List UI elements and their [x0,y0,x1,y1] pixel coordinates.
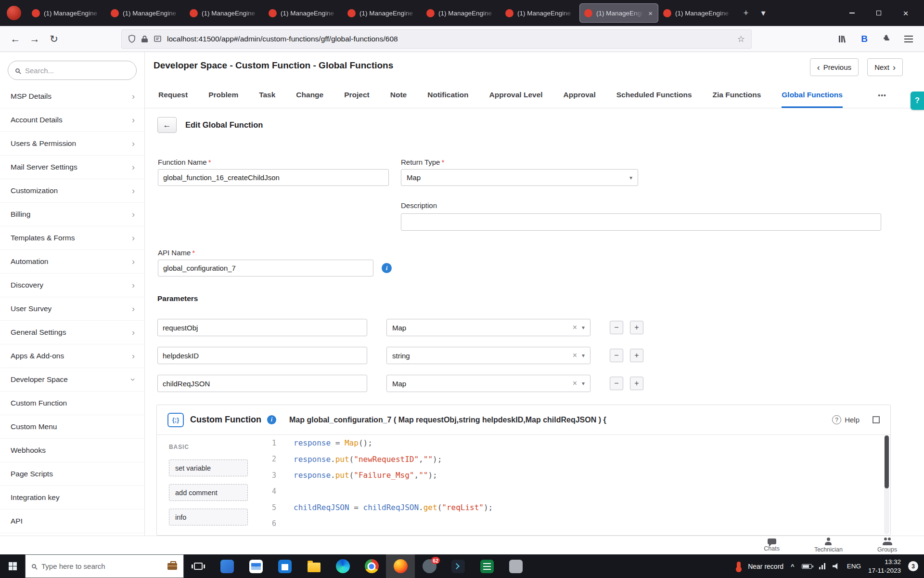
parameter-name-input[interactable] [157,375,367,392]
app-icon-gray[interactable] [501,554,530,578]
briefcase-icon[interactable] [167,563,177,570]
browser-tab[interactable]: (1) ManageEngine [264,3,343,23]
function-name-input[interactable] [158,169,389,186]
sidebar-search-input[interactable] [25,66,129,75]
sidebar-item[interactable]: MSP Details › [0,85,144,108]
code-line[interactable]: 1response = Map(); [253,435,890,451]
return-type-select[interactable]: Map ▾ [401,169,638,186]
module-tab[interactable]: Zia Functions [713,82,761,108]
sidebar-item[interactable]: Custom Menu [0,415,144,439]
module-tab[interactable]: Note [390,82,407,108]
list-all-tabs-icon[interactable]: ▾ [755,4,772,22]
extensions-icon[interactable] [877,30,896,48]
browser-tab[interactable]: (1) ManageEngine [185,3,264,23]
bitwarden-icon[interactable]: B [855,30,874,48]
code-line[interactable]: 4 [253,484,890,500]
groups-button[interactable]: Groups [877,538,897,553]
reload-icon[interactable]: ↻ [44,30,64,48]
snippet-button[interactable]: add comment [169,484,248,501]
browser-profile-icon[interactable] [7,6,21,20]
menu-icon[interactable] [899,30,918,48]
browser-tab[interactable]: (1) ManageEngine × [579,3,658,23]
back-button[interactable]: ← [157,117,177,133]
module-tab[interactable]: Scheduled Functions [616,82,692,108]
sidebar-item[interactable]: Customization › [0,179,144,203]
code-line[interactable]: 7for each ChildJsonId in childReqJSON [253,532,890,536]
file-explorer-icon[interactable] [299,554,328,578]
notification-badge[interactable]: 3 [908,561,918,571]
module-tab[interactable]: Approval [564,82,596,108]
edge-icon[interactable] [328,554,357,578]
chats-button[interactable]: Chats [764,539,780,552]
module-tab[interactable]: Approval Level [489,82,542,108]
sidebar-item[interactable]: Users & Permission › [0,132,144,156]
remove-parameter-button[interactable]: − [610,349,623,362]
next-button[interactable]: Next › [867,58,903,76]
module-tab[interactable]: Problem [208,82,238,108]
code-line[interactable]: 2response.put("newRequestID",""); [253,451,890,468]
code-line[interactable]: 5childReqJSON = childReqJSON.get("reqLis… [253,499,890,516]
browser-tab[interactable]: (1) ManageEngine [422,3,500,23]
language-label[interactable]: ENG [847,563,861,570]
sidebar-item[interactable]: Templates & Forms › [0,226,144,250]
code-text[interactable]: response = Map(); [294,438,372,447]
bookmark-star-icon[interactable]: ☆ [737,34,745,44]
sidebar-item[interactable]: Mail Server Settings › [0,156,144,179]
fullscreen-icon[interactable] [873,416,880,423]
info-icon[interactable]: i [382,263,392,273]
network-icon[interactable] [819,563,825,569]
sidebar-item[interactable]: User Survey › [0,297,144,321]
minimize-button[interactable] [838,0,865,26]
sidebar-item[interactable]: API [0,510,144,533]
sidebar-item[interactable]: Apps & Add-ons › [0,344,144,368]
more-tabs-icon[interactable]: ••• [878,82,886,108]
forward-icon[interactable]: → [25,30,44,48]
module-tab[interactable]: Task [259,82,275,108]
code-line[interactable]: 6 [253,516,890,532]
sidebar-item[interactable]: Custom Modules [0,533,144,536]
microsoft-store-icon[interactable] [270,554,299,578]
clear-icon[interactable]: × [573,323,577,332]
permissions-icon[interactable] [154,35,161,42]
taskbar-search-input[interactable] [41,562,162,570]
code-text[interactable]: for each ChildJsonId in childReqJSON [294,535,461,536]
add-parameter-button[interactable]: + [630,377,643,390]
app-with-badge-icon[interactable]: 62 [415,554,444,578]
description-input[interactable] [401,213,881,231]
parameter-type-select[interactable]: Map × ▾ [386,375,590,392]
previous-button[interactable]: ‹ Previous [810,58,859,76]
module-tab[interactable]: Notification [427,82,468,108]
terminal-icon[interactable] [444,554,473,578]
api-name-input[interactable] [158,260,373,276]
maximize-button[interactable] [865,0,892,26]
snippet-button[interactable]: info [169,509,248,525]
sidebar-item[interactable]: Page Scripts [0,462,144,486]
close-button[interactable]: × [892,0,919,26]
parameter-type-select[interactable]: string × ▾ [386,347,590,364]
sidebar-item[interactable]: Discovery › [0,274,144,297]
taskbar-search[interactable] [25,554,184,578]
parameter-type-select[interactable]: Map × ▾ [386,319,590,336]
add-parameter-button[interactable]: + [630,349,643,362]
url-text[interactable]: localhost:41500/app#/admin/custom-functi… [167,35,732,43]
help-tab[interactable]: ? [911,92,924,110]
taskbar-clock[interactable]: 13:32 17-11-2023 [868,558,901,575]
code-text[interactable]: response.put("newRequestID",""); [294,455,442,464]
tab-close-icon[interactable]: × [647,9,654,17]
sidebar-item[interactable]: Webhooks [0,439,144,462]
info-icon[interactable]: i [267,415,276,424]
parameter-name-input[interactable] [157,319,367,336]
code-text[interactable]: childReqJSON = childReqJSON.get("reqList… [294,503,493,512]
remove-parameter-button[interactable]: − [610,321,623,334]
task-view-icon[interactable] [184,554,213,578]
module-tab[interactable]: Request [158,82,188,108]
sidebar-item[interactable]: Integration key [0,486,144,510]
snippet-button[interactable]: set variable [169,460,248,476]
scrollbar-thumb[interactable] [885,435,889,488]
url-bar[interactable]: localhost:41500/app#/admin/custom-functi… [121,29,752,49]
module-tab[interactable]: Change [296,82,323,108]
excel-icon[interactable] [473,554,501,578]
editor-scrollbar[interactable] [884,435,889,534]
code-text[interactable]: response.put("Failure_Msg",""); [294,471,437,480]
clear-icon[interactable]: × [573,379,577,388]
